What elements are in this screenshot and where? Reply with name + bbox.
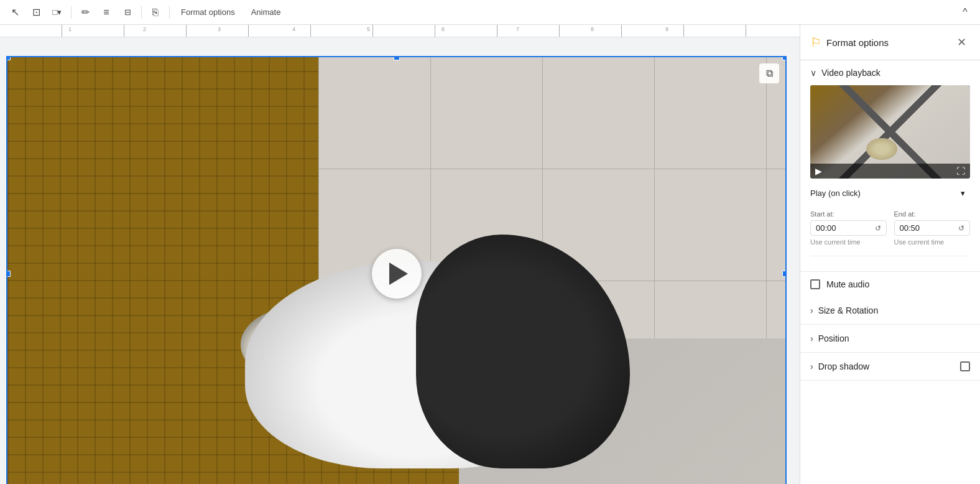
main-area: 1 2 3 4 5 6 7 8 9 <box>0 25 980 484</box>
panel-close-button[interactable]: ✕ <box>953 34 970 51</box>
panel-flag-icon: ⚐ <box>810 35 821 50</box>
ruler-label-1: 1 <box>68 26 72 32</box>
ruler-horizontal: 1 2 3 4 5 6 7 8 9 <box>0 25 800 37</box>
video-playback-content: ▶ ⛶ Play (on click) ▾ Start at: <box>800 85 980 271</box>
resize-handle-middle-left[interactable] <box>6 271 11 277</box>
end-time-value: 00:50 <box>900 223 956 233</box>
video-external-link-button[interactable]: ⧉ <box>759 63 779 83</box>
chevron-right-icon: › <box>810 361 813 371</box>
video-playback-header[interactable]: ∨ Video playback <box>800 60 980 85</box>
mute-audio-row[interactable]: Mute audio <box>800 272 980 297</box>
ruler-label-5: 5 <box>367 26 370 32</box>
ruler-label-9: 9 <box>665 26 668 32</box>
play-mode-dropdown[interactable]: ▾ <box>956 186 970 200</box>
start-time-reset-button[interactable]: ↺ <box>875 224 881 233</box>
video-playback-section: ∨ Video playback ▶ ⛶ <box>800 60 980 272</box>
animate-button[interactable]: Animate <box>245 5 287 19</box>
toolbar: ↖ ⊡ □▾ ✏ ≡ ⊟ ⎘ Format options Animate ^ <box>0 0 980 25</box>
ruler-label-6: 6 <box>441 26 445 32</box>
position-section[interactable]: › Position <box>800 325 980 353</box>
paragraph-tool-button[interactable]: ⊟ <box>119 4 136 21</box>
size-rotation-label: Size & Rotation <box>818 305 879 315</box>
cat-body <box>202 209 630 469</box>
start-time-group: Start at: 00:00 ↺ <box>810 210 887 236</box>
toolbar-divider-3 <box>169 6 170 19</box>
ruler-label-3: 3 <box>218 26 221 32</box>
preview-bowl <box>866 138 897 160</box>
shapes-tool-button[interactable]: □▾ <box>49 4 66 21</box>
play-triangle-icon <box>389 263 408 285</box>
end-time-hint[interactable]: Use current time <box>894 238 971 246</box>
ruler-label-7: 7 <box>516 26 519 32</box>
drop-shadow-section[interactable]: › Drop shadow <box>800 353 980 381</box>
canvas-area: 1 2 3 4 5 6 7 8 9 <box>0 25 800 484</box>
panel-title: Format options <box>826 37 889 48</box>
preview-controls: ▶ ⛶ <box>810 164 970 179</box>
play-mode-label: Play (on click) <box>810 188 861 198</box>
end-at-label: End at: <box>894 210 971 218</box>
ruler-label-4: 4 <box>292 26 295 32</box>
size-rotation-section[interactable]: › Size & Rotation <box>800 297 980 325</box>
ruler-label-2: 2 <box>143 26 146 32</box>
start-time-value: 00:00 <box>816 223 872 233</box>
ruler-inner: 1 2 3 4 5 6 7 8 9 <box>0 25 800 37</box>
chevron-down-icon: ∨ <box>810 68 816 78</box>
video-element[interactable]: ⧉ <box>6 56 787 484</box>
time-inputs-row: Start at: 00:00 ↺ End at: 00:50 ↺ <box>810 210 970 236</box>
mute-audio-label: Mute audio <box>826 279 869 289</box>
panel-header: ⚐ Format options ✕ <box>800 25 980 60</box>
panel-title-row: ⚐ Format options <box>810 35 889 50</box>
end-time-reset-button[interactable]: ↺ <box>958 224 964 233</box>
format-options-button[interactable]: Format options <box>175 5 241 19</box>
image-tool-button[interactable]: ⎘ <box>147 4 164 21</box>
play-mode-row: Play (on click) ▾ <box>810 186 970 200</box>
preview-play-button[interactable]: ▶ <box>815 166 822 176</box>
start-at-label: Start at: <box>810 210 887 218</box>
mute-audio-checkbox[interactable] <box>810 279 820 289</box>
start-time-hint[interactable]: Use current time <box>810 238 887 246</box>
drop-shadow-label: Drop shadow <box>818 361 960 371</box>
format-options-panel: ⚐ Format options ✕ ∨ Video playback <box>800 25 980 484</box>
end-time-input[interactable]: 00:50 ↺ <box>894 220 971 236</box>
play-mode-chevron-icon: ▾ <box>961 188 965 198</box>
crop-tool-button[interactable]: ⊡ <box>27 4 45 21</box>
select-tool-button[interactable]: ↖ <box>6 4 24 21</box>
ruler-label-8: 8 <box>591 26 594 32</box>
pen-tool-button[interactable]: ✏ <box>76 4 94 21</box>
collapse-panel-icon[interactable]: ^ <box>956 4 974 21</box>
resize-handle-top-center[interactable] <box>394 56 400 60</box>
video-playback-label: Video playback <box>821 68 881 78</box>
toolbar-divider-1 <box>71 6 72 19</box>
cat-black-fur <box>416 235 630 468</box>
drop-shadow-checkbox[interactable] <box>960 361 970 371</box>
lines-tool-button[interactable]: ≡ <box>98 4 115 21</box>
position-label: Position <box>818 333 849 343</box>
chevron-right-icon: › <box>810 305 813 315</box>
video-play-button[interactable] <box>372 249 422 299</box>
end-time-group: End at: 00:50 ↺ <box>894 210 971 236</box>
separator <box>810 256 970 256</box>
toolbar-divider-2 <box>141 6 142 19</box>
chevron-right-icon: › <box>810 333 813 343</box>
resize-handle-top-left[interactable] <box>6 56 11 60</box>
preview-fullscreen-button[interactable]: ⛶ <box>956 166 965 176</box>
resize-handle-middle-right[interactable] <box>782 271 787 277</box>
resize-handle-top-right[interactable] <box>782 56 787 60</box>
time-hints-row: Use current time Use current time <box>810 238 970 246</box>
video-preview-thumbnail: ▶ ⛶ <box>810 85 970 179</box>
start-time-input[interactable]: 00:00 ↺ <box>810 220 887 236</box>
